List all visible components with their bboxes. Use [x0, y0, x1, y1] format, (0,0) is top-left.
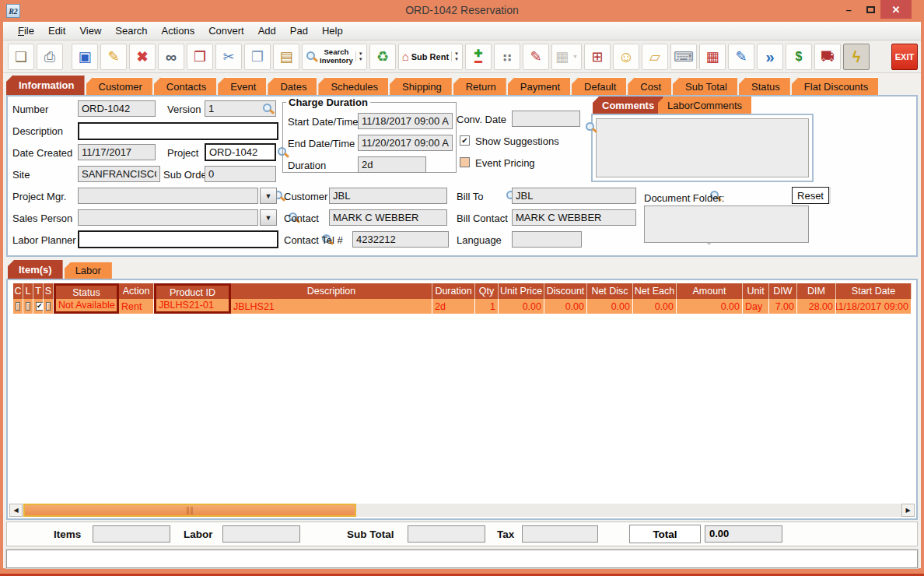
labor-total-field[interactable]: [222, 525, 300, 543]
number-field[interactable]: [78, 100, 156, 117]
t-checkbox[interactable]: ✔: [36, 302, 44, 311]
find-button[interactable]: ∞: [158, 44, 184, 70]
site-field[interactable]: [78, 166, 160, 182]
col-header-discount[interactable]: Discount: [544, 283, 587, 299]
contact-field[interactable]: [329, 209, 447, 226]
cell-action[interactable]: Rent: [119, 299, 154, 314]
save-button[interactable]: ▣: [72, 44, 98, 70]
col-header-c[interactable]: C: [13, 283, 23, 299]
col-header-diw[interactable]: DIW: [769, 283, 797, 299]
comments-lookup-icon[interactable]: [585, 121, 597, 133]
convert-button[interactable]: ♻: [369, 44, 396, 70]
col-header-net-each[interactable]: Net Each: [633, 283, 677, 299]
feedback-button[interactable]: ☺: [613, 44, 639, 70]
menu-search[interactable]: Search: [108, 23, 154, 38]
org-chart-button[interactable]: ⊞: [584, 44, 611, 70]
document-folder-box[interactable]: [644, 205, 809, 243]
sales-person-dropdown-button[interactable]: ▼: [260, 209, 277, 226]
project-mgr-dropdown-button[interactable]: ▼: [260, 188, 277, 204]
items-total-field[interactable]: [93, 525, 170, 543]
availability-button[interactable]: ⠶: [494, 44, 520, 70]
dropdown-arrows-icon[interactable]: ▼▼: [451, 51, 459, 61]
scroll-left-arrow[interactable]: ◀: [9, 504, 23, 517]
col-header-t[interactable]: T: [33, 283, 44, 299]
cell-dim[interactable]: 28.00: [797, 299, 836, 314]
col-header-start-date[interactable]: Start Date: [836, 283, 912, 299]
inventory-blocks-button[interactable]: ▦: [699, 44, 726, 70]
event-pricing-checkbox[interactable]: [460, 157, 470, 167]
tab-cost[interactable]: Cost: [628, 77, 671, 95]
cell-unit-price[interactable]: 0.00: [499, 299, 544, 314]
col-header-product-id[interactable]: Product ID: [154, 283, 231, 299]
sub-rent-button[interactable]: ⌂ Sub Rent ▼▼: [398, 44, 463, 70]
sales-person-field[interactable]: [78, 209, 258, 226]
keyboard-button[interactable]: ⌨: [670, 44, 697, 70]
conv-date-field[interactable]: [512, 111, 580, 127]
col-header-qty[interactable]: Qty: [475, 283, 499, 299]
close-button[interactable]: ✕: [880, 0, 912, 19]
menu-file[interactable]: File: [11, 23, 41, 38]
delivery-button[interactable]: ⛟: [814, 44, 841, 70]
reset-button[interactable]: Reset: [792, 187, 829, 204]
menu-help[interactable]: Help: [315, 23, 350, 38]
c-checkbox[interactable]: [16, 302, 20, 311]
cell-description[interactable]: JBLHS21: [231, 299, 432, 314]
menu-edit[interactable]: Edit: [41, 23, 72, 38]
comments-textarea[interactable]: [596, 118, 809, 177]
tab-sub-total[interactable]: Sub Total: [673, 77, 737, 95]
col-header-l[interactable]: L: [23, 283, 33, 299]
dropdown-arrows-icon[interactable]: ▼▼: [355, 51, 363, 61]
notes-button[interactable]: ✎: [523, 44, 549, 70]
tax-field[interactable]: [522, 525, 598, 543]
tab-return[interactable]: Return: [453, 77, 506, 95]
col-header-s[interactable]: S: [44, 283, 54, 299]
project-mgr-field[interactable]: [78, 188, 258, 204]
cell-unit[interactable]: Day: [743, 299, 769, 314]
menu-pad[interactable]: Pad: [283, 23, 315, 38]
menu-convert[interactable]: Convert: [201, 23, 251, 38]
col-header-duration[interactable]: Duration: [432, 283, 475, 299]
sub-total-field[interactable]: [408, 525, 485, 543]
cell-qty[interactable]: 1: [475, 299, 499, 314]
transfer-button[interactable]: ❐: [187, 44, 213, 70]
minimize-button[interactable]: –: [838, 0, 859, 19]
cell-net-disc[interactable]: 0.00: [587, 299, 633, 314]
horizontal-scrollbar[interactable]: ◀ ∥∥ ▶: [9, 504, 915, 517]
tab-customer[interactable]: Customer: [86, 77, 152, 95]
tab-default[interactable]: Default: [572, 77, 626, 95]
exit-button[interactable]: EXIT: [891, 44, 918, 70]
cell-c[interactable]: [13, 299, 23, 314]
send-forward-button[interactable]: »: [757, 44, 783, 70]
start-date-field[interactable]: [358, 113, 453, 129]
billing-button[interactable]: $: [786, 44, 812, 70]
cell-amount[interactable]: 0.00: [677, 299, 743, 314]
tab-flat-discounts[interactable]: Flat Discounts: [792, 77, 878, 95]
version-lookup-icon[interactable]: [262, 103, 274, 114]
new-order-button[interactable]: ❏: [8, 44, 34, 70]
sub-orders-field[interactable]: [205, 166, 276, 182]
tab-schedules[interactable]: Schedules: [318, 77, 388, 95]
scroll-right-arrow[interactable]: ▶: [901, 504, 915, 517]
search-inventory-button[interactable]: SearchInventory ▼▼: [302, 44, 367, 70]
tab-labor[interactable]: Labor: [65, 262, 112, 279]
tab-comments[interactable]: Comments: [593, 97, 663, 114]
date-created-field[interactable]: [78, 144, 156, 160]
labor-planner-field[interactable]: [78, 230, 278, 248]
edit-button[interactable]: ✎: [100, 44, 127, 70]
tab-event[interactable]: Event: [218, 77, 266, 95]
tab-items[interactable]: Item(s): [8, 260, 63, 279]
cell-duration[interactable]: 2d: [432, 299, 475, 314]
tab-information[interactable]: Information: [6, 75, 85, 95]
col-header-unit-price[interactable]: Unit Price: [499, 283, 544, 299]
cell-t[interactable]: ✔: [33, 299, 44, 314]
cell-product-id[interactable]: JBLHS21-01: [154, 299, 231, 314]
col-header-status[interactable]: Status: [54, 283, 119, 299]
l-checkbox[interactable]: [26, 302, 30, 311]
show-suggestions-checkbox[interactable]: ✔: [460, 135, 470, 146]
cell-status[interactable]: Not Available: [54, 299, 119, 314]
maximize-button[interactable]: [860, 0, 880, 19]
item-row[interactable]: ✔ Not Available Rent JBLHS21-01 JBLHS21 …: [13, 299, 912, 314]
cell-s[interactable]: [44, 299, 54, 314]
col-header-description[interactable]: Description: [231, 283, 432, 299]
copy-button[interactable]: ❐: [244, 44, 271, 70]
